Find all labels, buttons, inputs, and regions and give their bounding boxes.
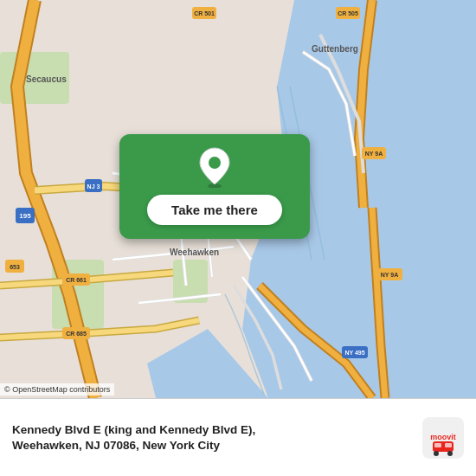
svg-rect-36 [434,443,441,447]
svg-text:CR 661: CR 661 [66,277,87,283]
osm-credit-text: © OpenStreetMap contributors [4,385,110,394]
svg-point-35 [447,451,453,456]
svg-text:NY 495: NY 495 [344,350,364,356]
location-info: Kennedy Blvd E (king and Kennedy Blvd E)… [12,422,464,453]
svg-text:moovit: moovit [430,433,456,441]
svg-rect-37 [445,443,452,447]
svg-text:NJ 3: NJ 3 [87,183,100,190]
info-bar: Kennedy Blvd E (king and Kennedy Blvd E)… [0,398,476,476]
take-me-there-overlay: Take me there [119,134,310,239]
svg-text:NY 9A: NY 9A [381,272,399,278]
svg-text:NY 9A: NY 9A [365,151,383,157]
osm-attribution: © OpenStreetMap contributors [0,383,114,396]
green-panel: Take me there [119,134,310,239]
take-me-there-button[interactable]: Take me there [147,195,282,225]
map-container: CR 501 CR 505 195 NJ 3 653 CR 661 CR 685… [0,0,476,476]
location-title-line2: Weehawken, NJ 07086, New York City [12,439,220,452]
svg-text:653: 653 [10,264,20,270]
svg-text:195: 195 [19,212,31,220]
svg-point-34 [434,451,439,456]
svg-text:Secaucus: Secaucus [26,74,67,84]
location-title: Kennedy Blvd E (king and Kennedy Blvd E)… [12,422,412,453]
moovit-logo: moovit [422,417,464,459]
moovit-logo-svg: moovit [422,417,464,459]
svg-point-30 [209,157,221,169]
svg-text:CR 501: CR 501 [194,10,215,16]
svg-text:CR 505: CR 505 [338,10,358,16]
svg-text:CR 685: CR 685 [66,331,87,337]
svg-text:Guttenberg: Guttenberg [312,44,358,54]
location-pin-icon [197,146,232,188]
svg-text:Weehawken: Weehawken [170,248,219,257]
location-title-line1: Kennedy Blvd E (king and Kennedy Blvd E)… [12,423,255,436]
